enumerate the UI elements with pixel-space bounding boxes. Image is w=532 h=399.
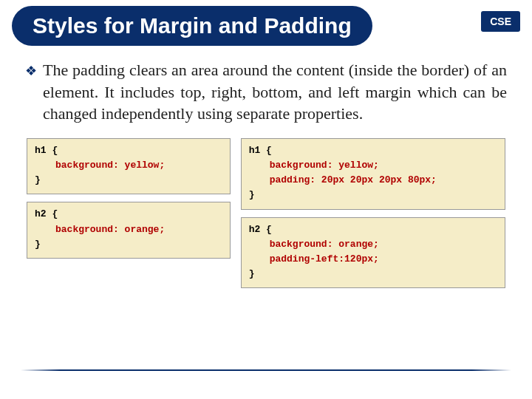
code-line: background: orange; bbox=[35, 222, 222, 237]
code-line: } bbox=[35, 237, 222, 252]
description-section: ❖ The padding clears an area around the … bbox=[0, 49, 532, 138]
code-line: h1 { bbox=[35, 143, 222, 158]
code-line: background: yellow; bbox=[35, 158, 222, 173]
diamond-bullet-icon: ❖ bbox=[25, 62, 37, 80]
code-section: h1 { background: yellow; } h2 { backgrou… bbox=[0, 138, 532, 288]
code-column-left: h1 { background: yellow; } h2 { backgrou… bbox=[27, 138, 231, 259]
code-line: } bbox=[249, 188, 497, 202]
code-line: } bbox=[35, 173, 222, 188]
code-line: h1 { bbox=[249, 143, 497, 158]
code-line: background: orange; bbox=[249, 237, 497, 252]
code-column-right: h1 { background: yellow; padding: 20px 2… bbox=[241, 138, 505, 288]
bullet-paragraph: ❖ The padding clears an area around the … bbox=[25, 59, 507, 125]
code-block-h1-basic: h1 { background: yellow; } bbox=[27, 138, 231, 194]
slide-header: Styles for Margin and Padding CSE bbox=[0, 0, 532, 49]
code-line: h2 { bbox=[249, 222, 497, 237]
slide-title: Styles for Margin and Padding bbox=[12, 6, 372, 46]
code-line: } bbox=[249, 267, 497, 282]
code-block-h1-padding: h1 { background: yellow; padding: 20px 2… bbox=[241, 138, 505, 210]
code-block-h2-basic: h2 { background: orange; } bbox=[27, 202, 231, 258]
code-line: background: yellow; bbox=[249, 158, 497, 173]
course-badge: CSE bbox=[481, 11, 520, 32]
code-line: padding: 20px 20px 20px 80px; bbox=[249, 173, 497, 188]
code-line: padding-left:120px; bbox=[249, 252, 497, 267]
code-line: h2 { bbox=[35, 207, 222, 222]
paragraph-text: The padding clears an area around the co… bbox=[43, 59, 507, 125]
footer-divider bbox=[21, 369, 511, 371]
code-block-h2-padding: h2 { background: orange; padding-left:12… bbox=[241, 217, 505, 289]
